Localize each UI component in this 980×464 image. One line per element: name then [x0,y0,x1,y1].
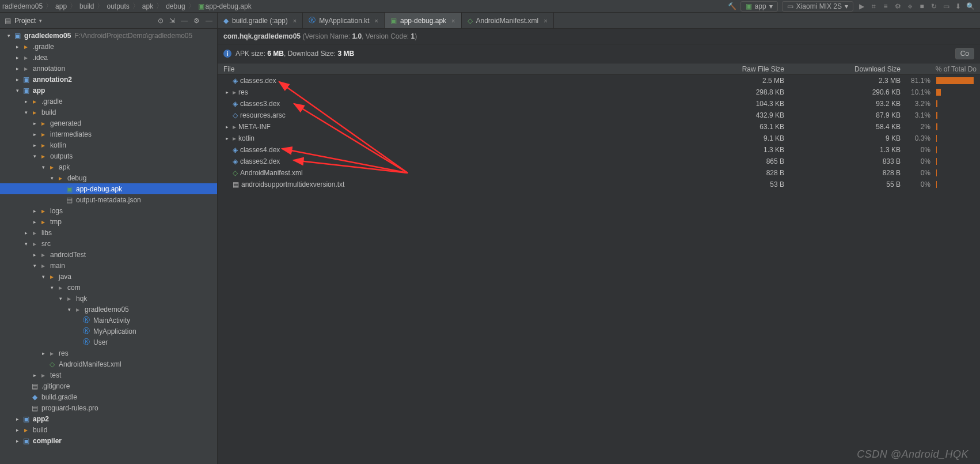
apk-file-row[interactable]: ▤androidsupportmultidexversion.txt53 B55… [218,179,980,190]
tree-node[interactable]: ▾▸hqk [0,293,217,304]
tree-node[interactable]: ▤output-metadata.json [0,194,217,205]
tree-node[interactable]: ▸▸annotation [0,63,217,74]
select-opened-icon[interactable]: ⊙ [158,17,164,25]
tree-arrow[interactable]: ▸ [31,252,39,258]
device-combo[interactable]: ▭ Xiaomi MIX 2S ▾ [782,1,853,12]
tree-node[interactable]: ▾▣gradledemo05F:\AndroidProjectDemo\grad… [0,30,217,41]
tree-node[interactable]: ▸▸build [0,424,217,435]
tree-node[interactable]: ▾▸java [0,271,217,282]
close-icon[interactable]: × [375,17,378,24]
col-dl-header[interactable]: Download Size [796,65,905,73]
tree-arrow[interactable]: ▸ [13,55,21,61]
col-file-header[interactable]: File [223,65,698,73]
col-raw-header[interactable]: Raw File Size [698,65,796,73]
tree-node[interactable]: ◇AndroidManifest.xml [0,359,217,369]
tree-arrow[interactable]: ▸ [31,208,39,214]
apk-file-row[interactable]: ◈classes.dex2.5 MB2.3 MB81.1% [218,75,980,86]
tree-arrow[interactable]: ▸ [13,427,21,433]
tree-node[interactable]: ▸▸.idea [0,52,217,63]
row-arrow[interactable]: ▸ [223,124,230,130]
tree-node[interactable]: ▣app-debug.apk [0,183,217,194]
debug-icon[interactable]: ⌗ [869,2,878,10]
tree-node[interactable]: ▸▣app2 [0,413,217,424]
row-arrow[interactable]: ▸ [223,135,230,141]
tree-arrow[interactable]: ▸ [13,77,21,82]
project-panel-title[interactable]: Project [14,17,36,25]
close-icon[interactable]: × [451,17,455,24]
tree-node[interactable]: ▸▸libs [0,227,217,238]
tree-arrow[interactable]: ▸ [13,416,21,422]
apk-file-row[interactable]: ◈classes4.dex1.3 KB1.3 KB0% [218,144,980,156]
breadcrumb-item[interactable]: apk [142,2,153,10]
tree-arrow[interactable]: ▸ [31,142,39,148]
tree-node[interactable]: ▾▸com [0,282,217,293]
breadcrumb-item[interactable]: app [55,2,67,10]
run-icon[interactable]: ▶ [857,2,865,10]
tree-arrow[interactable]: ▸ [31,131,39,137]
tree-arrow[interactable]: ▸ [13,438,21,444]
project-select-icon[interactable]: ▤ [5,17,11,25]
project-tree[interactable]: ▾▣gradledemo05F:\AndroidProjectDemo\grad… [0,29,217,464]
editor-tab[interactable]: ▣app-debug.apk× [385,13,462,28]
tree-arrow[interactable]: ▸ [13,66,21,71]
tree-arrow[interactable]: ▾ [56,296,64,301]
breadcrumb-item[interactable]: build [79,2,94,10]
tree-node[interactable]: ▾▣app [0,85,217,96]
tree-node[interactable]: ▾▸main [0,260,217,271]
tree-node[interactable]: ▸▣compiler [0,435,217,446]
tree-node[interactable]: ▾▸apk [0,161,217,172]
search-icon[interactable]: 🔍 [966,2,974,10]
tree-arrow[interactable]: ▸ [13,44,21,50]
close-icon[interactable]: × [293,17,297,24]
apk-file-row[interactable]: ◇resources.arsc432.9 KB87.9 KB3.1% [218,110,980,121]
apk-file-row[interactable]: ◇AndroidManifest.xml828 B828 B0% [218,167,980,179]
tree-node[interactable]: ▾▸debug [0,172,217,183]
tree-arrow[interactable]: ▾ [13,88,21,93]
tree-node[interactable]: ▸▸.gradle [0,96,217,107]
collapse-icon[interactable]: — [181,17,188,25]
tree-arrow[interactable]: ▾ [5,33,13,39]
tree-node[interactable]: ▾▸outputs [0,150,217,161]
tree-node[interactable]: ▤proguard-rules.pro [0,402,217,413]
tree-node[interactable]: ▸▸tmp [0,216,217,227]
tree-node[interactable]: ⓀMyApplication [0,326,217,337]
sdk-icon[interactable]: ⬇ [954,2,962,10]
close-icon[interactable]: × [544,17,547,24]
col-pct-header[interactable]: % of Total Do [905,65,980,73]
avd-icon[interactable]: ▭ [942,2,950,10]
tree-arrow[interactable]: ▾ [48,175,56,181]
tree-arrow[interactable]: ▸ [31,120,39,126]
tree-arrow[interactable]: ▸ [31,372,39,378]
tree-node[interactable]: ⓀUser [0,337,217,348]
tree-arrow[interactable]: ▾ [65,307,73,312]
tree-arrow[interactable]: ▾ [39,164,47,170]
stop-icon[interactable]: ■ [918,2,926,10]
tree-node[interactable]: ▸▸androidTest [0,249,217,260]
tree-arrow[interactable]: ▸ [39,350,47,356]
tree-node[interactable]: ▾▸build [0,107,217,118]
tree-node[interactable]: ◆build.gradle [0,391,217,402]
tree-arrow[interactable]: ▸ [22,230,30,236]
tree-node[interactable]: ▸▸logs [0,205,217,216]
tree-node[interactable]: ▤.gitignore [0,380,217,391]
tree-arrow[interactable]: ▸ [22,99,30,104]
apk-file-row[interactable]: ◈classes2.dex865 B833 B0% [218,156,980,167]
editor-tab[interactable]: ⓀMyApplication.kt× [303,13,385,28]
tree-node[interactable]: ▸▸.gradle [0,41,217,52]
breadcrumb-item[interactable]: debug [166,2,185,10]
apk-file-row[interactable]: ▸▸META-INF63.1 KB58.4 KB2% [218,121,980,133]
breadcrumb-item[interactable]: radledemo05 [2,2,43,10]
tree-arrow[interactable]: ▾ [22,241,30,247]
tree-node[interactable]: ▸▸intermediates [0,129,217,139]
editor-tab[interactable]: ◇AndroidManifest.xml× [462,13,554,28]
attach-icon[interactable]: ⎆ [906,2,914,10]
tree-node[interactable]: ▸▸test [0,369,217,380]
expand-icon[interactable]: ⇲ [169,17,175,25]
tree-node[interactable]: ▾▸src [0,238,217,249]
tree-arrow[interactable]: ▾ [22,110,30,115]
apk-file-row[interactable]: ◈classes3.dex104.3 KB93.2 KB3.2% [218,98,980,110]
tree-node[interactable]: ⓀMainActivity [0,315,217,326]
tree-arrow[interactable]: ▾ [39,274,47,280]
compare-button[interactable]: Co [955,48,974,59]
apk-file-row[interactable]: ▸▸res298.8 KB290.6 KB10.1% [218,86,980,98]
